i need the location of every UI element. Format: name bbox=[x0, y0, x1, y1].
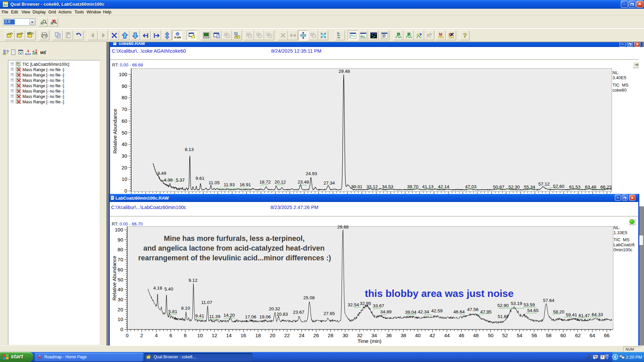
svg-text:10: 10 bbox=[197, 332, 203, 338]
svg-text:42: 42 bbox=[430, 332, 435, 338]
svg-text:57.64: 57.64 bbox=[543, 298, 554, 303]
svg-text:26: 26 bbox=[313, 332, 319, 338]
svg-text:52.90: 52.90 bbox=[497, 303, 509, 308]
svg-text:32.54: 32.54 bbox=[348, 302, 359, 307]
svg-text:16: 16 bbox=[241, 332, 246, 338]
svg-text:58: 58 bbox=[546, 332, 552, 338]
svg-text:18: 18 bbox=[255, 332, 261, 338]
svg-text:0: 0 bbox=[126, 332, 129, 338]
svg-text:11.07: 11.07 bbox=[201, 300, 212, 305]
svg-text:42.59: 42.59 bbox=[431, 308, 443, 313]
svg-text:58.20: 58.20 bbox=[553, 309, 564, 314]
svg-text:10: 10 bbox=[117, 316, 123, 322]
svg-text:52: 52 bbox=[502, 332, 508, 338]
svg-text:61.47: 61.47 bbox=[579, 313, 590, 318]
svg-text:11.39: 11.39 bbox=[209, 314, 220, 319]
svg-text:20.32: 20.32 bbox=[269, 306, 280, 311]
svg-text:54.65: 54.65 bbox=[527, 308, 539, 313]
svg-text:12: 12 bbox=[212, 332, 217, 338]
svg-text:25.08: 25.08 bbox=[303, 295, 315, 300]
svg-text:28: 28 bbox=[328, 332, 334, 338]
svg-text:40: 40 bbox=[415, 332, 421, 338]
svg-text:a: a bbox=[33, 50, 34, 53]
svg-text:Time (min): Time (min) bbox=[357, 338, 381, 344]
svg-text:8.10: 8.10 bbox=[181, 306, 190, 311]
svg-text:34.89: 34.89 bbox=[380, 309, 392, 314]
svg-text:51.67: 51.67 bbox=[498, 314, 509, 319]
svg-text:20: 20 bbox=[270, 332, 276, 338]
svg-text:50: 50 bbox=[488, 332, 494, 338]
svg-text:9.12: 9.12 bbox=[189, 278, 197, 283]
svg-text:80: 80 bbox=[117, 247, 123, 252]
svg-text:and angelica lactone from acid: and angelica lactone from acid-catalyzed… bbox=[143, 244, 325, 252]
svg-text:Relative Abundance: Relative Abundance bbox=[111, 256, 117, 300]
svg-text:14: 14 bbox=[226, 332, 232, 338]
svg-text:42.34: 42.34 bbox=[418, 309, 429, 314]
svg-text:Mine has more furfurals, less: Mine has more furfurals, less a-terpineo… bbox=[164, 235, 304, 243]
svg-text:rearrangement of the levulinic: rearrangement of the levulinic acid...mi… bbox=[138, 254, 331, 262]
svg-text:60: 60 bbox=[117, 267, 123, 272]
svg-text:6: 6 bbox=[169, 332, 172, 338]
svg-text:19.06: 19.06 bbox=[259, 314, 271, 319]
svg-text:30: 30 bbox=[117, 297, 123, 302]
svg-text:TIC: TIC bbox=[16, 62, 20, 64]
svg-text:34: 34 bbox=[371, 332, 377, 338]
svg-text:14.20: 14.20 bbox=[224, 313, 235, 318]
svg-text:38: 38 bbox=[401, 332, 406, 338]
svg-text:44: 44 bbox=[444, 332, 450, 338]
svg-text:40: 40 bbox=[117, 287, 123, 292]
svg-text:29.68: 29.68 bbox=[337, 224, 349, 229]
svg-text:33.67: 33.67 bbox=[373, 303, 384, 308]
svg-text:59.41: 59.41 bbox=[566, 312, 577, 317]
svg-text:22: 22 bbox=[284, 332, 290, 338]
svg-text:46: 46 bbox=[459, 332, 464, 338]
svg-text:a,x,z: a,x,z bbox=[25, 52, 31, 55]
svg-text:90: 90 bbox=[117, 237, 123, 243]
svg-text:?: ? bbox=[601, 355, 603, 359]
svg-text:4.18: 4.18 bbox=[153, 286, 162, 291]
svg-text:48: 48 bbox=[473, 332, 479, 338]
svg-text:n: n bbox=[45, 49, 46, 52]
svg-text:54: 54 bbox=[517, 332, 523, 338]
svg-text:?: ? bbox=[6, 50, 9, 54]
svg-text:2: 2 bbox=[140, 332, 143, 338]
svg-text:27.65: 27.65 bbox=[324, 311, 335, 316]
svg-text:64.33: 64.33 bbox=[592, 312, 603, 317]
svg-text:4: 4 bbox=[155, 332, 158, 338]
svg-text:5.81: 5.81 bbox=[168, 309, 177, 314]
svg-text:47.95: 47.95 bbox=[480, 309, 492, 314]
svg-text:39.04: 39.04 bbox=[405, 310, 416, 315]
svg-text:this blobby area was just nois: this blobby area was just noise bbox=[365, 288, 513, 299]
svg-text:5.40: 5.40 bbox=[164, 287, 173, 292]
svg-text:47.56: 47.56 bbox=[467, 307, 479, 312]
svg-text:53.19: 53.19 bbox=[511, 301, 522, 306]
svg-text:36: 36 bbox=[386, 332, 392, 338]
svg-text:100: 100 bbox=[115, 227, 123, 232]
svg-text:20.83: 20.83 bbox=[277, 312, 288, 317]
svg-text:0-100: 0-100 bbox=[174, 36, 181, 39]
svg-text:32: 32 bbox=[357, 332, 363, 338]
svg-text:56: 56 bbox=[532, 332, 537, 338]
svg-text:53.59: 53.59 bbox=[524, 302, 535, 307]
svg-text:?: ? bbox=[463, 32, 467, 39]
svg-text:M: M bbox=[439, 32, 442, 37]
svg-text:24: 24 bbox=[299, 332, 305, 338]
svg-text:32.95: 32.95 bbox=[360, 301, 371, 306]
svg-text:46.64: 46.64 bbox=[453, 309, 465, 314]
svg-text:62: 62 bbox=[575, 332, 581, 338]
svg-text:8: 8 bbox=[184, 332, 187, 338]
svg-text:60: 60 bbox=[560, 332, 566, 338]
svg-text:70: 70 bbox=[117, 257, 123, 262]
svg-text:50: 50 bbox=[117, 277, 123, 282]
svg-text:17.06: 17.06 bbox=[245, 314, 256, 319]
svg-text:64: 64 bbox=[590, 332, 595, 338]
svg-text:0: 0 bbox=[120, 326, 123, 332]
svg-text:23.67: 23.67 bbox=[293, 310, 304, 315]
svg-text:9.41: 9.41 bbox=[195, 313, 204, 318]
svg-text:30: 30 bbox=[343, 332, 348, 338]
svg-text:20: 20 bbox=[117, 307, 123, 312]
svg-text:66: 66 bbox=[604, 332, 610, 338]
